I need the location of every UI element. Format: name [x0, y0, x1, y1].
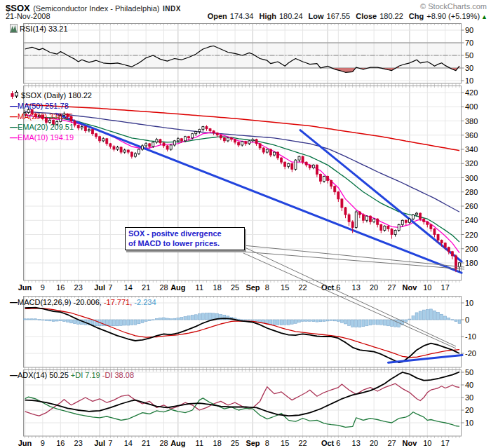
x-tick-label: 15: [281, 439, 289, 447]
macd-histogram-bar: [148, 320, 151, 320]
ema20-line: [25, 115, 460, 242]
candle-body: [137, 149, 140, 154]
macd-histogram-bar: [437, 312, 440, 320]
macd-histogram-bar: [130, 320, 133, 325]
macd-histogram-bar: [319, 320, 322, 322]
quote-label: High: [259, 12, 276, 20]
macd-histogram-bar: [444, 316, 447, 320]
y-tick-label: -10: [465, 332, 476, 341]
candle-body: [159, 140, 161, 143]
macd-histogram-bar: [316, 320, 318, 322]
macd-histogram-bar: [419, 311, 422, 320]
y-tick-label: 30: [465, 393, 473, 402]
macd-histogram-bar: [455, 320, 457, 322]
candle-body: [408, 219, 410, 222]
candle-body: [305, 162, 307, 165]
y-tick-label: 50: [465, 369, 473, 376]
overlay-legend-row: —EMA(10) 194.19: [10, 133, 74, 143]
y-tick-label: 180: [465, 259, 478, 267]
candle-body: [312, 165, 314, 168]
annotation-callout: SOX - positve divergence of MACD to lowe…: [125, 227, 245, 250]
macd-histogram-bar: [340, 320, 343, 323]
y-tick-label: 40: [465, 381, 473, 389]
candle-body: [330, 181, 332, 186]
candle-body: [163, 143, 165, 146]
candle-body: [209, 129, 211, 131]
macd-histogram-bar: [205, 313, 208, 320]
macd-histogram-bar: [386, 320, 389, 326]
x-tick-label: 28: [159, 439, 168, 447]
macd-histogram-bar: [74, 320, 76, 324]
y-tick-label: 300: [465, 174, 478, 182]
candle-body: [127, 150, 129, 152]
x-tick-label: 6: [336, 439, 340, 447]
macd-histogram-bar: [348, 320, 351, 325]
candle-body: [259, 144, 261, 148]
macd-histogram-bar: [273, 320, 276, 325]
candle-body: [170, 145, 172, 149]
candle-body: [277, 152, 279, 158]
macd-histogram-bar: [372, 320, 375, 325]
candle-body: [291, 163, 293, 169]
candle-body: [348, 215, 350, 222]
x-tick-label: 17: [441, 283, 450, 292]
macd-histogram-bar: [141, 320, 144, 323]
candle-body: [302, 156, 304, 162]
annotation-line1: SOX - positve divergence: [128, 229, 242, 238]
x-tick-label: 16: [56, 439, 65, 447]
x-axis-labels-top: Jun91623Jul7142128Aug111825Sep81522Oct61…: [0, 283, 491, 294]
candle-body: [173, 141, 175, 145]
candle-body: [309, 165, 311, 168]
legend-value: MACD(12,26,9) -20.006,: [18, 298, 102, 306]
candle-body: [206, 127, 208, 129]
x-tick-label: 7: [108, 439, 112, 447]
overlay-legend-row: —MA(200) 338.25: [10, 111, 74, 122]
quote-value: +8.90 (+5.19%): [426, 12, 480, 20]
candle-body: [262, 148, 264, 152]
candle-body: [227, 138, 229, 141]
candle-body: [440, 240, 443, 243]
overlay-legend-row: —EMA(20) 209.51: [10, 122, 74, 133]
candle-body: [337, 192, 339, 199]
candle-body: [426, 222, 429, 224]
x-tick-label: 27: [387, 439, 396, 447]
legend-value: -2.234: [132, 298, 156, 306]
macd-histogram-bar: [369, 320, 372, 325]
macd-histogram-bar: [52, 320, 55, 321]
macd-histogram-bar: [251, 320, 254, 320]
legend-dash-icon: —: [10, 112, 18, 121]
macd-histogram-bar: [429, 309, 432, 320]
candle-body: [387, 226, 389, 229]
macd-histogram-bar: [177, 318, 180, 320]
candle-body: [419, 213, 422, 219]
x-tick-label: Sep: [246, 439, 260, 447]
legend-dash-icon: —: [10, 298, 18, 306]
macd-histogram-bar: [287, 320, 290, 325]
candle-body: [109, 144, 112, 147]
macd-histogram-bar: [116, 320, 119, 326]
quote-label: Close: [356, 12, 377, 20]
x-tick-label: Aug: [170, 439, 185, 447]
overlay-legend-label: MA(50) 251.78: [18, 102, 69, 110]
x-tick-label: Jun: [18, 439, 32, 447]
macd-histogram-bar: [405, 320, 408, 322]
candle-body: [448, 247, 450, 252]
candle-body: [288, 163, 290, 166]
candle-body: [416, 213, 418, 215]
adx-legend: —ADX(14) 50.25 +DI 7.19 -DI 38.08: [10, 371, 134, 379]
x-tick-label: 10: [423, 283, 431, 292]
macd-histogram-bar: [422, 310, 425, 320]
macd-histogram-bar: [248, 320, 250, 320]
macd-histogram-bar: [241, 320, 243, 320]
macd-histogram-bar: [41, 320, 44, 320]
x-tick-label: 21: [142, 439, 150, 447]
macd-histogram-bar: [237, 319, 240, 320]
candle-body: [81, 127, 83, 128]
candle-body: [195, 132, 197, 134]
price-legend-title: $SOX (Daily) 180.22: [10, 90, 92, 100]
y-tick-label: 0: [465, 315, 469, 324]
macd-histogram-bar: [31, 319, 34, 320]
x-tick-label: 15: [281, 283, 289, 292]
candle-body: [188, 137, 190, 138]
macd-histogram-bar: [191, 315, 194, 320]
